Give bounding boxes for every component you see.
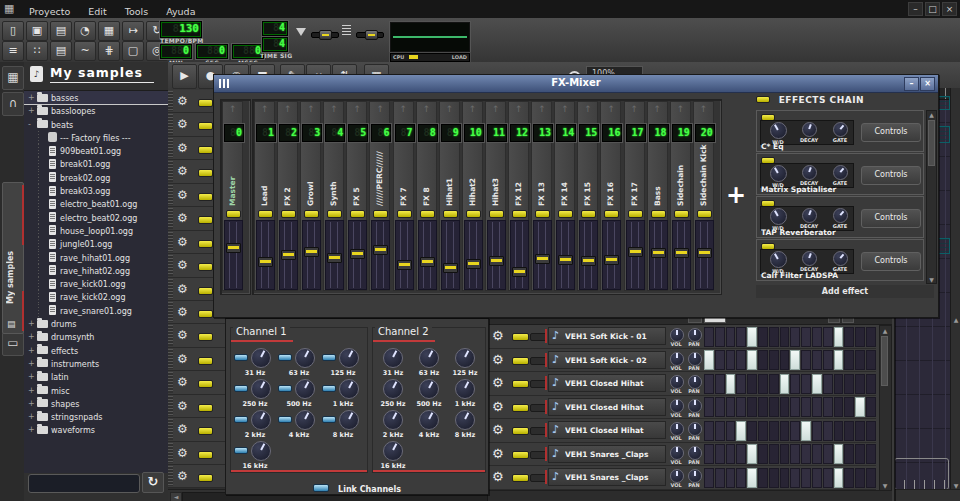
- channel-mute-led[interactable]: [397, 210, 412, 218]
- step-cell[interactable]: [769, 374, 779, 394]
- expander-icon[interactable]: +: [28, 330, 35, 343]
- link-channels-checkbox[interactable]: [313, 484, 329, 492]
- band-enable-led[interactable]: [234, 416, 248, 423]
- step-cell[interactable]: [834, 397, 844, 417]
- step-cell[interactable]: [769, 421, 779, 441]
- fx-channel-strip-4[interactable]: ↑84Synth: [323, 101, 344, 291]
- bb-track-name-plate[interactable]: ♪VEH1 Snares _Claps: [548, 445, 666, 463]
- timesig-denominator[interactable]: 84: [262, 37, 288, 52]
- step-cell[interactable]: [715, 468, 725, 488]
- step-cell[interactable]: [736, 421, 746, 441]
- track-mute-led[interactable]: [198, 240, 213, 248]
- track-gear-icon[interactable]: ⚙: [177, 188, 188, 202]
- track-gear-icon[interactable]: ⚙: [177, 117, 188, 131]
- expander-icon[interactable]: +: [28, 384, 35, 397]
- step-cell[interactable]: [758, 444, 768, 464]
- master-channel-strip[interactable]: ↑80Master: [222, 101, 243, 291]
- channel-fader[interactable]: [418, 220, 437, 290]
- effect-knob-gate[interactable]: [833, 208, 848, 223]
- track-grip-handle[interactable]: [168, 185, 173, 205]
- step-cell[interactable]: [866, 444, 876, 464]
- step-cell[interactable]: [704, 468, 714, 488]
- channel-mute-led[interactable]: [304, 210, 319, 218]
- effect-slot-c-eq[interactable]: W/DDECAYGATEControlsC* Eq: [756, 110, 924, 152]
- step-cell[interactable]: [855, 350, 865, 370]
- track-grip-handle[interactable]: [168, 161, 173, 181]
- track-grip-handle[interactable]: [168, 302, 173, 322]
- channel-fader[interactable]: [325, 220, 344, 290]
- track-gear-icon[interactable]: ⚙: [177, 305, 188, 319]
- fx-channel-strip-1[interactable]: ↑81Lead: [254, 101, 275, 291]
- step-cell[interactable]: [823, 327, 833, 347]
- track-gear-icon[interactable]: ⚙: [177, 94, 188, 108]
- bb-track-gear-icon[interactable]: ⚙: [492, 399, 504, 414]
- step-cell[interactable]: [801, 350, 811, 370]
- app-icon[interactable]: ▦: [4, 3, 17, 15]
- track-vol-knob[interactable]: [670, 399, 684, 413]
- step-cell[interactable]: [834, 327, 844, 347]
- tree-folder-bassloopes[interactable]: +bassloopes: [24, 104, 168, 117]
- track-grip-handle[interactable]: [168, 466, 173, 486]
- expander-icon[interactable]: +: [28, 410, 35, 423]
- step-cell[interactable]: [844, 397, 854, 417]
- fx-mixer-titlebar[interactable]: FX-Mixer – ×: [214, 75, 938, 93]
- eq-knob-4khz[interactable]: [419, 410, 439, 430]
- bb-track-name-plate[interactable]: ♪VEH1 Snares _Claps: [548, 468, 666, 486]
- track-gear-icon[interactable]: ⚙: [177, 399, 188, 413]
- step-cell[interactable]: [866, 397, 876, 417]
- step-cell[interactable]: [790, 327, 800, 347]
- channel-fader[interactable]: [602, 220, 621, 290]
- effect-knob-decay[interactable]: [802, 122, 817, 137]
- step-cell[interactable]: [747, 327, 757, 347]
- fader-handle[interactable]: [281, 250, 296, 260]
- tree-folder-latin[interactable]: +latin: [24, 370, 168, 383]
- master-volume-handle[interactable]: [319, 30, 332, 40]
- step-cell[interactable]: [790, 421, 800, 441]
- step-cell[interactable]: [704, 327, 714, 347]
- track-mute-led[interactable]: [198, 310, 213, 318]
- channel-mute-led[interactable]: [443, 210, 458, 218]
- bb-track-mute-led[interactable]: [512, 333, 529, 341]
- channel-fader[interactable]: [464, 220, 483, 290]
- channel-mute-led[interactable]: [628, 210, 643, 218]
- bb-track-row[interactable]: ⚙♪VEH1 Closed HihatVOLPAN: [488, 419, 876, 443]
- fx-channel-strip-16[interactable]: ↑16FX 16: [600, 101, 621, 291]
- band-enable-led[interactable]: [322, 385, 336, 392]
- eq-knob-4khz[interactable]: [295, 410, 315, 430]
- bb-track-gear-icon[interactable]: ⚙: [492, 469, 504, 484]
- step-cell[interactable]: [726, 397, 736, 417]
- step-cell[interactable]: [769, 397, 779, 417]
- step-cell[interactable]: [823, 468, 833, 488]
- bb-editor-icon[interactable]: ∷: [26, 41, 48, 61]
- bb-track-gear-icon[interactable]: ⚙: [492, 352, 504, 367]
- step-cell[interactable]: [823, 444, 833, 464]
- expander-icon[interactable]: +: [28, 317, 35, 330]
- step-cell[interactable]: [855, 421, 865, 441]
- oscilloscope[interactable]: [390, 22, 470, 52]
- band-enable-led[interactable]: [278, 416, 292, 423]
- tempo-display[interactable]: 8130: [160, 21, 202, 38]
- track-gear-icon[interactable]: ⚙: [177, 164, 188, 178]
- step-cell[interactable]: [715, 421, 725, 441]
- channel-mute-led[interactable]: [697, 210, 712, 218]
- eq-knob-31hz[interactable]: [383, 348, 403, 368]
- expander-icon[interactable]: -: [28, 118, 31, 131]
- step-cell[interactable]: [823, 350, 833, 370]
- step-cell[interactable]: [736, 374, 746, 394]
- eq-knob-500hz[interactable]: [295, 379, 315, 399]
- track-grip-handle[interactable]: [168, 349, 173, 369]
- track-mute-led[interactable]: [198, 474, 213, 482]
- tree-item-rave-hihat01-ogg[interactable]: rave_hihat01.ogg: [24, 251, 168, 264]
- effect-slot-tap-reverberator[interactable]: W/DDECAYGATEControlsTAP Reverberator: [756, 196, 924, 238]
- track-grip-handle[interactable]: [168, 232, 173, 252]
- step-cell[interactable]: [758, 374, 768, 394]
- master-pitch-slider[interactable]: [356, 32, 384, 38]
- bb-track-name-plate[interactable]: ♪VEH1 Closed Hihat: [548, 374, 666, 392]
- step-cell[interactable]: [780, 444, 790, 464]
- step-cell[interactable]: [726, 444, 736, 464]
- step-cell[interactable]: [736, 397, 746, 417]
- bb-track-name-plate[interactable]: ♪VEH1 Closed Hihat: [548, 398, 666, 416]
- fx-channel-strip-2[interactable]: ↑82FX 2: [277, 101, 298, 291]
- step-cell[interactable]: [812, 397, 822, 417]
- song-track-row[interactable]: ⚙: [168, 395, 232, 418]
